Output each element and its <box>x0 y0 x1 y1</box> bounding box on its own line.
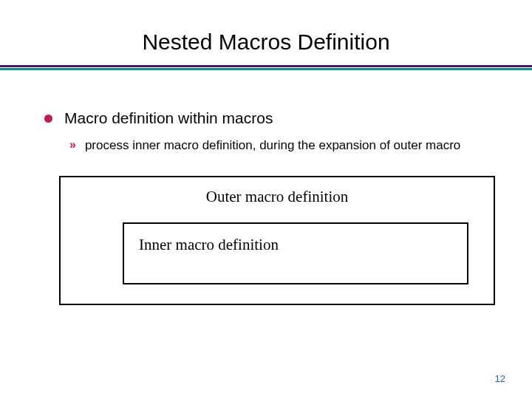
slide: Nested Macros Definition Macro definitio… <box>0 0 532 399</box>
sub-bullet-text: process inner macro definition, during t… <box>85 137 460 154</box>
outer-macro-label: Outer macro definition <box>78 188 476 206</box>
inner-macro-label: Inner macro definition <box>139 236 452 254</box>
content-area: Macro definition within macros » process… <box>0 109 532 154</box>
bullet-text: Macro definition within macros <box>64 109 273 127</box>
divider-line-bottom <box>0 68 532 70</box>
sub-bullet-item: » process inner macro definition, during… <box>69 137 495 154</box>
page-number: 12 <box>495 373 505 384</box>
sub-bullet-marker-icon: » <box>69 138 76 151</box>
title-divider <box>0 65 532 72</box>
divider-line-top <box>0 65 532 67</box>
bullet-dot-icon <box>44 115 52 123</box>
bullet-item: Macro definition within macros <box>44 109 495 127</box>
outer-macro-box: Outer macro definition Inner macro defin… <box>59 176 495 305</box>
slide-title: Nested Macros Definition <box>0 30 532 55</box>
inner-macro-box: Inner macro definition <box>123 222 468 284</box>
